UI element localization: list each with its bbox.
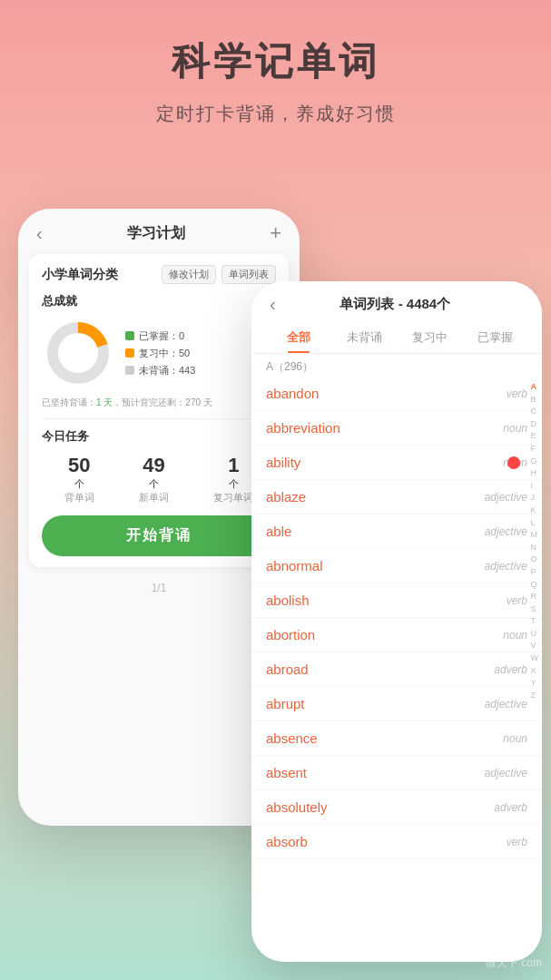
stat-review-desc: 复习单词 <box>213 491 253 505</box>
alpha-char[interactable]: O <box>531 554 539 565</box>
list-item[interactable]: absent adjective <box>251 756 542 790</box>
rphone-back-icon[interactable]: ‹ <box>270 294 276 315</box>
word-type: noun <box>503 732 527 745</box>
word-text: abortion <box>266 627 315 642</box>
list-item[interactable]: absolutely adverb <box>251 790 542 825</box>
stat-new-words: 49 个 新单词 <box>139 454 169 505</box>
alpha-char[interactable]: F <box>531 443 539 455</box>
list-item[interactable]: absorb verb <box>251 825 542 859</box>
alpha-char[interactable]: N <box>531 542 539 554</box>
alpha-char[interactable]: Q <box>531 579 539 591</box>
alpha-char[interactable]: G <box>531 456 539 467</box>
left-phone-nav: ‹ 学习计划 + <box>18 209 300 254</box>
list-item[interactable]: absence noun <box>251 721 542 756</box>
stat-new-num: 49 <box>139 454 169 477</box>
word-list-button[interactable]: 单词列表 <box>221 265 276 284</box>
header-section: 科学记单词 定时打卡背诵，养成好习惯 <box>0 0 551 126</box>
section-label: A（296） <box>251 354 542 377</box>
alpha-char[interactable]: P <box>531 566 539 578</box>
word-text: abbreviation <box>266 420 340 436</box>
word-text: ability <box>266 455 300 470</box>
list-item[interactable]: abnormal adjective <box>251 549 542 583</box>
stat-new-unit: 个 <box>139 477 169 491</box>
word-type: adjective <box>485 767 527 779</box>
list-item[interactable]: abbreviation noun <box>251 411 542 446</box>
tab-all[interactable]: 全部 <box>266 322 331 353</box>
alpha-char[interactable]: K <box>531 505 539 516</box>
stat-total-words: 50 个 背单词 <box>64 454 94 505</box>
today-stats: 50 个 背单词 49 个 新单词 1 个 复习单词 <box>42 454 276 505</box>
list-item[interactable]: abolish verb <box>251 583 542 618</box>
watermark: 微天下.com <box>486 956 542 971</box>
stat-review-unit: 个 <box>213 477 253 491</box>
alpha-char[interactable]: W <box>531 652 539 664</box>
word-type: verb <box>507 594 527 607</box>
alpha-char[interactable]: M <box>531 529 539 541</box>
card-title: 小学单词分类 <box>42 267 118 283</box>
list-item[interactable]: ability noun <box>251 446 542 480</box>
subtitle: 定时打卡背诵，养成好习惯 <box>0 102 551 126</box>
word-type: adjective <box>485 698 527 710</box>
add-icon[interactable]: + <box>270 221 281 245</box>
legend-reviewing: 复习中：50 <box>125 347 195 360</box>
stat-total-unit: 个 <box>64 477 94 491</box>
alpha-char[interactable]: R <box>531 591 539 603</box>
list-item[interactable]: abrupt adjective <box>251 687 542 721</box>
alpha-char[interactable]: B <box>531 394 539 406</box>
achievement-label: 总成就 <box>42 293 276 309</box>
list-item[interactable]: ablaze adjective <box>251 480 542 514</box>
alpha-char[interactable]: X <box>531 665 539 677</box>
alpha-char[interactable]: Y <box>531 677 539 689</box>
word-list: abandon verb abbreviation noun ability n… <box>251 377 542 957</box>
achievement-row: 已掌握：0 复习中：50 未背诵：443 <box>42 317 276 389</box>
stat-review-words: 1 个 复习单词 <box>213 454 253 505</box>
legend-mastered: 已掌握：0 <box>125 329 195 343</box>
alpha-char[interactable]: J <box>531 492 539 504</box>
word-text: ablaze <box>266 489 306 505</box>
alpha-char[interactable]: U <box>531 628 539 640</box>
tab-unlearned[interactable]: 未背诵 <box>331 322 397 353</box>
legend-unlearned-label: 未背诵：443 <box>139 364 195 377</box>
alpha-char[interactable]: A <box>531 381 539 393</box>
alpha-char[interactable]: C <box>531 406 539 417</box>
list-item[interactable]: abortion noun <box>251 618 542 652</box>
right-phone: ‹ 单词列表 - 4484个 全部 未背诵 复习中 已掌握 A（296） aba… <box>251 281 542 962</box>
start-memorize-button[interactable]: 开始背诵 <box>42 515 276 556</box>
tab-reviewing[interactable]: 复习中 <box>397 322 462 353</box>
word-text: absolutely <box>266 799 328 815</box>
legend-unlearned: 未背诵：443 <box>125 364 195 377</box>
streak-text: 已坚持背诵：1 天，预计背完还剩：270 天 <box>42 397 276 409</box>
card-buttons: 修改计划 单词列表 <box>162 265 276 284</box>
legend-list: 已掌握：0 复习中：50 未背诵：443 <box>125 329 195 377</box>
legend-mastered-label: 已掌握：0 <box>139 329 184 343</box>
word-text: abandon <box>266 386 319 401</box>
phones-container: ‹ 学习计划 + 小学单词分类 修改计划 单词列表 总成就 <box>0 209 551 980</box>
alpha-char[interactable]: L <box>531 517 539 529</box>
alpha-char[interactable]: D <box>531 418 539 430</box>
alpha-char[interactable]: I <box>531 480 539 492</box>
word-tabs: 全部 未背诵 复习中 已掌握 <box>251 322 542 354</box>
word-type: verb <box>507 836 527 848</box>
list-item[interactable]: able adjective <box>251 514 542 549</box>
alpha-char[interactable]: T <box>531 615 539 627</box>
alpha-char[interactable]: E <box>531 430 539 442</box>
word-text: absent <box>266 765 307 780</box>
stat-new-desc: 新单词 <box>139 491 169 505</box>
back-icon[interactable]: ‹ <box>36 223 43 244</box>
tab-mastered[interactable]: 已掌握 <box>462 322 527 353</box>
legend-reviewing-label: 复习中：50 <box>139 347 190 360</box>
alphabet-sidebar[interactable]: ABCDEFGHIJKLMNOPQRSTUVWXYZ <box>531 381 539 701</box>
divider <box>42 418 276 419</box>
word-text: absence <box>266 730 318 746</box>
alpha-char[interactable]: V <box>531 640 539 652</box>
alpha-char[interactable]: S <box>531 603 539 615</box>
alpha-char[interactable]: Z <box>531 690 539 701</box>
alpha-char[interactable]: H <box>531 467 539 479</box>
stat-review-num: 1 <box>213 454 253 477</box>
word-text: abrupt <box>266 696 305 711</box>
today-label: 今日任务 <box>42 428 276 445</box>
vocabulary-card: 小学单词分类 修改计划 单词列表 总成就 <box>29 254 289 567</box>
list-item[interactable]: abroad adverb <box>251 652 542 687</box>
list-item[interactable]: abandon verb <box>251 377 542 411</box>
modify-plan-button[interactable]: 修改计划 <box>162 265 216 284</box>
